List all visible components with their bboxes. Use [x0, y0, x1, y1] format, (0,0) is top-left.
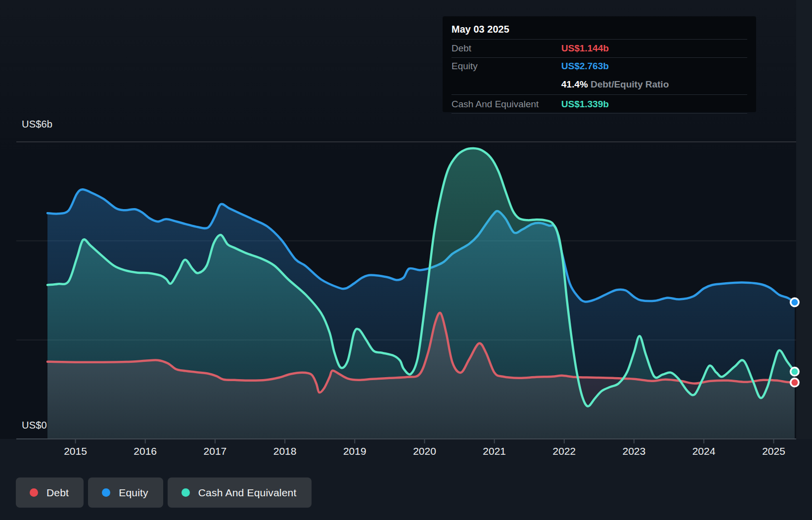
tooltip-ratio-label: Debt/Equity Ratio: [588, 79, 669, 89]
x-axis-year-label: 2022: [553, 445, 576, 457]
tooltip-debt-row: Debt US$1.144b: [451, 40, 747, 58]
tooltip-cash-value: US$1.339b: [561, 99, 609, 110]
x-axis-year-label: 2015: [64, 445, 87, 457]
legend-item-cash[interactable]: Cash And Equivalent: [168, 477, 312, 508]
debt-endpoint-dot[interactable]: [791, 379, 798, 386]
legend-item-equity[interactable]: Equity: [88, 477, 163, 508]
tooltip-equity-row: Equity US$2.763b: [451, 58, 747, 75]
tooltip-date: May 03 2025: [451, 21, 747, 40]
x-axis-year-label: 2020: [413, 445, 436, 457]
y-axis-label-zero: US$0: [22, 420, 47, 431]
equity-dot-icon: [102, 488, 110, 497]
legend-debt-label: Debt: [46, 487, 69, 499]
legend-equity-label: Equity: [119, 487, 148, 499]
x-axis-year-label: 2021: [483, 445, 506, 457]
x-axis-year-label: 2017: [204, 445, 227, 457]
debt-dot-icon: [30, 488, 38, 497]
x-axis-year-label: 2023: [623, 445, 646, 457]
chart-legend: Debt Equity Cash And Equivalent: [16, 477, 312, 508]
x-axis-year-label: 2024: [692, 445, 716, 457]
tooltip-cash-row: Cash And Equivalent US$1.339b: [451, 95, 747, 114]
tooltip-ratio-value: 41.4%: [561, 79, 588, 89]
y-axis-label-max: US$6b: [22, 119, 52, 130]
tooltip-debt-value: US$1.144b: [561, 43, 609, 54]
cash-endpoint-dot[interactable]: [791, 368, 798, 375]
x-axis-year-label: 2019: [343, 445, 366, 457]
tooltip-debt-label: Debt: [451, 43, 561, 54]
tooltip-equity-value: US$2.763b: [561, 61, 609, 72]
tooltip-equity-label: Equity: [451, 61, 561, 72]
equity-endpoint-dot[interactable]: [791, 299, 798, 305]
legend-item-debt[interactable]: Debt: [16, 477, 84, 508]
legend-cash-label: Cash And Equivalent: [198, 487, 297, 499]
chart-tooltip: May 03 2025 Debt US$1.144b Equity US$2.7…: [443, 16, 756, 112]
debt-equity-history-panel: 2015201620172018201920202021202220232024…: [0, 0, 812, 520]
x-axis-year-label: 2018: [273, 445, 297, 457]
cash-dot-icon: [181, 488, 190, 497]
x-axis-year-label: 2016: [134, 445, 157, 457]
tooltip-ratio-row: 41.4% Debt/Equity Ratio: [451, 75, 747, 95]
tooltip-cash-label: Cash And Equivalent: [451, 99, 561, 110]
x-axis-year-label: 2025: [762, 445, 785, 457]
